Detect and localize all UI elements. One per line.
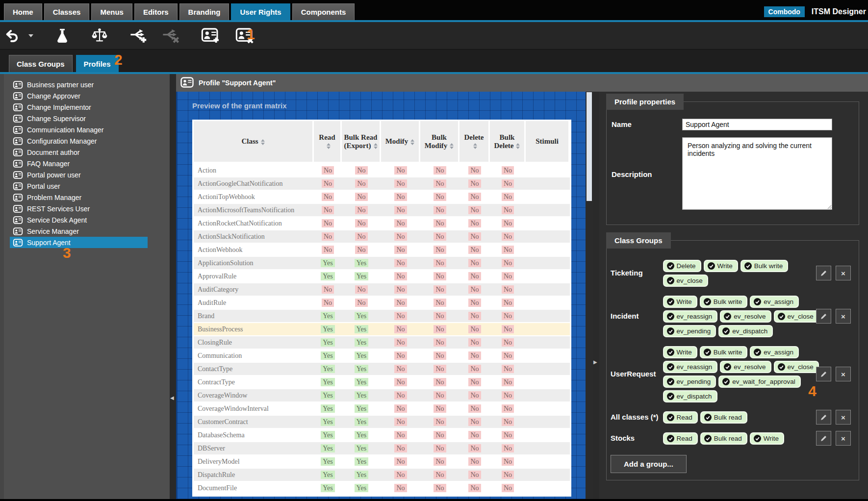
sidebar-item-profile[interactable]: Change Supervisor: [10, 113, 148, 124]
grant-cell: No: [460, 217, 490, 230]
compare-button[interactable]: [87, 25, 112, 47]
delete-group-button[interactable]: ×: [836, 410, 851, 425]
sidebar-item-profile[interactable]: Configuration Manager: [10, 135, 148, 147]
sidebar-item-profile[interactable]: Change Approver: [10, 90, 148, 101]
sidebar-item-profile[interactable]: FAQ Manager: [10, 158, 148, 169]
delete-profile-button[interactable]: [231, 25, 259, 47]
grant-value: No: [434, 351, 446, 360]
column-header-bulk-read-export-[interactable]: Bulk Read (Export): [342, 121, 381, 164]
right-pill: ev_close: [774, 361, 819, 373]
grant-value: No: [502, 179, 514, 188]
tab-profiles[interactable]: Profiles: [76, 55, 119, 72]
edit-group-button[interactable]: [816, 431, 831, 446]
grant-cell: No: [460, 336, 490, 350]
nav-tab-components[interactable]: Components: [292, 3, 355, 20]
collapse-right-icon[interactable]: ▶: [593, 359, 597, 365]
edit-group-button[interactable]: [816, 410, 831, 425]
grant-matrix-body: ActionNoNoNoNoNoNoActionGoogleChatNotifi…: [194, 164, 570, 495]
profile-card-icon: [13, 103, 23, 111]
sidebar-item-profile[interactable]: Portal user: [10, 180, 148, 192]
right-label: ev_resolve: [734, 313, 766, 320]
delete-group-button[interactable]: ×: [836, 266, 851, 280]
edit-group-button[interactable]: [816, 266, 831, 280]
right-panel-splitter[interactable]: ▶: [593, 92, 599, 499]
add-branch-button[interactable]: [126, 25, 151, 47]
tab-class-groups[interactable]: Class Groups: [9, 55, 73, 72]
grant-cell: No: [381, 204, 420, 217]
grant-value: Yes: [321, 457, 334, 466]
edit-group-button[interactable]: [816, 367, 831, 381]
column-header-bulk-delete[interactable]: Bulk Delete: [490, 121, 526, 164]
add-profile-button[interactable]: [197, 25, 225, 47]
test-button[interactable]: [51, 25, 74, 47]
undo-history-dropdown[interactable]: [24, 25, 37, 47]
class-group-name: All classes (*): [611, 413, 662, 422]
stimuli-cell: [526, 336, 570, 350]
delete-group-button[interactable]: ×: [836, 309, 851, 324]
grant-value: No: [355, 193, 367, 201]
sidebar-item-profile[interactable]: Change Implementor: [10, 101, 148, 113]
grant-value: No: [502, 219, 514, 227]
grant-value: No: [434, 431, 446, 439]
column-header-modify[interactable]: Modify: [381, 121, 420, 164]
sidebar-item-profile[interactable]: Document author: [10, 147, 148, 158]
column-header-delete[interactable]: Delete: [460, 121, 490, 164]
profile-properties-panel: Profile properties Name Description Pers…: [606, 101, 859, 225]
class-group-row: UserRequestWriteBulk writeev_assignev_re…: [611, 345, 855, 403]
sidebar-item-profile[interactable]: Service Desk Agent: [10, 214, 148, 225]
undo-button[interactable]: [0, 25, 24, 47]
nav-tab-editors[interactable]: Editors: [134, 3, 178, 20]
class-name-cell: ActionWebhook: [194, 244, 314, 257]
profile-item-label: Communication Manager: [27, 126, 103, 134]
grant-value: No: [468, 351, 481, 360]
check-icon: [704, 414, 712, 421]
nav-tab-classes[interactable]: Classes: [44, 3, 90, 20]
matrix-scrollbar[interactable]: [586, 92, 593, 499]
grant-value: No: [502, 484, 514, 492]
nav-tab-user-rights[interactable]: User Rights: [231, 3, 290, 20]
grant-cell: No: [420, 270, 460, 283]
grant-cell: No: [460, 482, 490, 495]
right-pill: Bulk read: [700, 432, 747, 445]
grant-cell: Yes: [314, 402, 342, 416]
class-groups-title: Class Groups: [606, 232, 671, 249]
right-pill: ev_pending: [663, 376, 716, 388]
brand-badge[interactable]: Combodo: [764, 6, 805, 17]
add-group-button[interactable]: Add a group...: [611, 455, 687, 473]
column-header-bulk-modify[interactable]: Bulk Modify: [420, 121, 460, 164]
column-header-class[interactable]: Class: [194, 121, 314, 164]
sidebar-item-profile[interactable]: Service Manager: [10, 225, 148, 237]
sidebar-item-profile[interactable]: Business partner user: [10, 79, 148, 90]
nav-tab-branding[interactable]: Branding: [179, 3, 230, 20]
stimuli-cell: [526, 416, 570, 429]
grant-cell: No: [381, 164, 420, 177]
profile-description-textarea[interactable]: Person analyzing and solving the current…: [682, 137, 832, 210]
grant-value: No: [322, 166, 334, 175]
sidebar-item-profile[interactable]: Support Agent: [10, 237, 148, 248]
sidebar-item-profile[interactable]: Portal power user: [10, 169, 148, 180]
sidebar-item-profile[interactable]: Communication Manager: [10, 124, 148, 135]
grant-value: No: [468, 299, 481, 307]
nav-tab-home[interactable]: Home: [4, 3, 42, 20]
check-icon: [667, 378, 674, 385]
sidebar-item-profile[interactable]: Problem Manager: [10, 192, 148, 203]
grant-value: No: [394, 232, 407, 241]
delete-group-button[interactable]: ×: [836, 367, 851, 381]
sidebar-item-profile[interactable]: REST Services User: [10, 203, 148, 214]
grant-cell: No: [460, 204, 490, 217]
edit-group-button[interactable]: [816, 309, 831, 324]
grant-value: No: [394, 338, 407, 347]
grant-cell: No: [420, 429, 460, 442]
column-header-read[interactable]: Read: [314, 121, 342, 164]
matrix-scrollbar-thumb[interactable]: [587, 92, 592, 201]
collapse-left-icon[interactable]: ◀: [170, 395, 174, 401]
grant-cell: No: [490, 191, 526, 204]
grant-value: No: [394, 206, 407, 214]
grant-cell: No: [420, 230, 460, 244]
check-icon: [722, 378, 730, 385]
nav-tab-menus[interactable]: Menus: [91, 3, 132, 20]
delete-group-button[interactable]: ×: [836, 431, 851, 446]
sidebar-splitter[interactable]: ◀: [170, 74, 176, 499]
grant-value: Yes: [321, 338, 334, 347]
profile-name-input[interactable]: [682, 119, 832, 130]
